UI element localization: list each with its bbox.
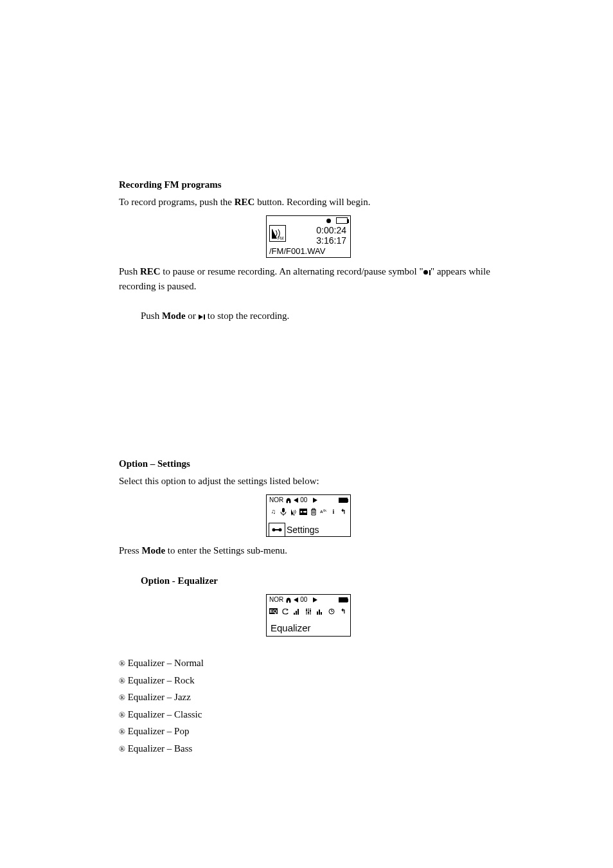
- rec-label: REC: [235, 197, 255, 207]
- section-heading-settings: Option – Settings: [119, 458, 190, 469]
- list-item-text: Equalizer – Pop: [128, 726, 190, 736]
- list-item-text: Equalizer – Jazz: [128, 692, 191, 702]
- equalizer-options-list: ® Equalizer – Normal ® Equalizer – Rock …: [119, 656, 498, 755]
- volume-icon: [294, 498, 298, 503]
- paragraph: Select this option to adjust the setting…: [119, 474, 498, 489]
- play-icon: [313, 498, 317, 503]
- abc-icon: ᴀᴮᶜ: [319, 507, 328, 516]
- text: to stop the recording.: [205, 311, 289, 321]
- svg-point-10: [272, 529, 276, 532]
- equalizer-label: Equalizer: [271, 622, 311, 633]
- file-path: /FM/F001.WAV: [269, 246, 325, 256]
- record-pause-icon: [423, 270, 431, 275]
- lcd-figure-fm-record: FM 0:00:24 3:16:17 /FM/F001.WAV: [119, 215, 498, 258]
- mode-label: Mode: [162, 311, 186, 321]
- svg-point-12: [279, 529, 282, 532]
- volume-icon: [294, 597, 298, 602]
- list-item: ® Equalizer – Pop: [119, 724, 498, 739]
- paragraph: Push REC to pause or resume recording. A…: [119, 264, 498, 293]
- list-item-text: Equalizer – Rock: [128, 675, 195, 685]
- section-heading-equalizer: Option - Equalizer: [141, 575, 218, 586]
- text: Press: [119, 545, 141, 556]
- list-item: ® Equalizer – Bass: [119, 741, 498, 756]
- svg-rect-23: [310, 610, 311, 611]
- list-item-text: Equalizer – Bass: [128, 743, 193, 754]
- svg-rect-16: [296, 611, 297, 615]
- settings-selected-icon: [269, 523, 285, 537]
- contrast-icon: [292, 607, 301, 615]
- svg-point-7: [301, 511, 303, 512]
- repeat-icon: [281, 607, 289, 615]
- return-icon: ↰: [339, 607, 348, 615]
- play-pause-icon: [199, 314, 206, 320]
- battery-icon: [336, 217, 348, 224]
- svg-text:FM: FM: [291, 513, 295, 516]
- play-icon: [313, 597, 317, 602]
- svg-text:FM: FM: [278, 236, 283, 240]
- headphone-icon: [285, 497, 292, 503]
- settings-selected-label: Settings: [287, 525, 319, 535]
- text: button. Recording will begin.: [254, 197, 370, 207]
- section-heading-fm-record: Recording FM programs: [119, 179, 222, 190]
- mic-icon: [280, 507, 288, 516]
- delete-icon: [309, 507, 317, 516]
- svg-marker-2: [294, 498, 298, 503]
- paragraph: Press Mode to enter the Settings sub-men…: [119, 543, 498, 558]
- lcd-figure-equalizer: NOR 00 EQ ↰ Equalizer: [119, 594, 498, 637]
- list-item: ® Equalizer – Rock: [119, 673, 498, 688]
- svg-rect-24: [317, 611, 318, 615]
- bars-icon: [316, 607, 324, 615]
- svg-rect-15: [294, 613, 295, 615]
- fm-radio-icon: FM: [269, 225, 286, 242]
- mode-label: Mode: [141, 545, 165, 556]
- lcd-figure-settings-menu: NOR 00 ♫ FM ᴀᴮᶜ i ↰ Settings: [119, 494, 498, 537]
- fm-small-icon: FM: [289, 507, 298, 516]
- elapsed-time: 0:00:24: [316, 225, 346, 235]
- registered-icon: ®: [119, 710, 125, 719]
- headphone-icon: [285, 597, 292, 603]
- list-item: ® Equalizer – Normal: [119, 656, 498, 671]
- text: or: [186, 311, 199, 321]
- list-item-text: Equalizer – Normal: [128, 658, 204, 668]
- settings-small-icon: [299, 507, 308, 516]
- music-icon: ♫: [269, 507, 278, 516]
- svg-rect-22: [308, 612, 309, 613]
- eq-icon: EQ: [269, 607, 278, 615]
- svg-rect-25: [319, 610, 320, 615]
- sliders-icon: [304, 607, 312, 615]
- volume-value: 00: [300, 596, 307, 603]
- list-item: ® Equalizer – Classic: [119, 707, 498, 722]
- svg-point-9: [305, 511, 306, 512]
- registered-icon: ®: [119, 658, 125, 668]
- eq-mode-indicator: NOR: [269, 496, 283, 503]
- record-dot-icon: [326, 219, 331, 223]
- info-icon: i: [329, 507, 337, 516]
- return-icon: ↰: [339, 507, 348, 516]
- eq-mode-indicator: NOR: [269, 596, 283, 603]
- svg-rect-3: [282, 508, 285, 512]
- clock-icon: [328, 607, 336, 615]
- svg-marker-13: [294, 597, 298, 602]
- svg-rect-26: [321, 612, 322, 615]
- registered-icon: ®: [119, 676, 125, 685]
- text: To record programs, push the: [119, 197, 235, 207]
- registered-icon: ®: [119, 727, 125, 736]
- svg-rect-21: [306, 610, 307, 611]
- svg-rect-17: [298, 609, 299, 615]
- battery-icon: [339, 597, 348, 602]
- text: Push: [141, 311, 162, 321]
- text: to enter the Settings sub-menu.: [165, 545, 287, 556]
- registered-icon: ®: [119, 692, 125, 702]
- text: Push: [119, 266, 140, 276]
- text: to pause or resume recording. An alterna…: [161, 266, 423, 276]
- paragraph: Push Mode or to stop the recording.: [141, 309, 498, 323]
- list-item: ® Equalizer – Jazz: [119, 690, 498, 705]
- list-item-text: Equalizer – Classic: [128, 709, 202, 719]
- volume-value: 00: [300, 496, 307, 503]
- registered-icon: ®: [119, 744, 125, 754]
- rec-label: REC: [140, 266, 161, 276]
- paragraph: To record programs, push the REC button.…: [119, 195, 498, 210]
- remaining-time: 3:16:17: [316, 235, 346, 246]
- battery-icon: [339, 498, 348, 503]
